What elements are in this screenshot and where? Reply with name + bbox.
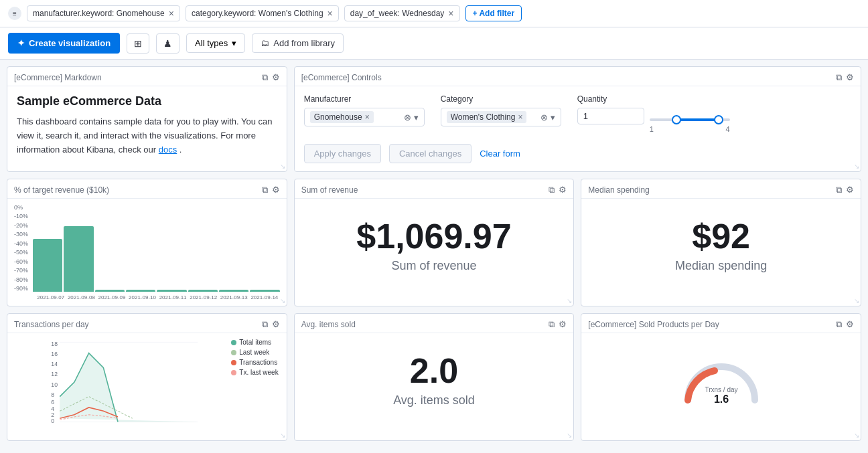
resize-handle[interactable]: ↘: [854, 297, 859, 304]
median-panel-icons: ⧉ ⚙: [836, 185, 854, 195]
create-viz-icon: ✦: [17, 38, 25, 48]
chevron-down-icon[interactable]: ▾: [414, 112, 419, 122]
gear-icon[interactable]: ⚙: [272, 72, 280, 83]
markdown-content: Sample eCommerce Data This dashboard con…: [7, 86, 287, 165]
bar: [157, 290, 186, 292]
gear-icon[interactable]: ⚙: [846, 319, 854, 330]
revenue-metric: $1,069.97 Sum of revenue: [295, 199, 574, 292]
clear-category-icon[interactable]: ⊗: [540, 112, 548, 122]
resize-handle[interactable]: ↘: [280, 297, 285, 304]
copy-icon[interactable]: ⧉: [262, 319, 268, 330]
all-types-label: All types: [195, 38, 228, 48]
filter-chip-close[interactable]: ×: [328, 9, 333, 18]
quantity-slider[interactable]: 1 4: [650, 108, 730, 133]
sold-panel: [eCommerce] Sold Products per Day ⧉ ⚙ Tr…: [581, 313, 861, 441]
gear-icon[interactable]: ⚙: [846, 72, 854, 83]
filter-chip-close[interactable]: ×: [448, 9, 453, 18]
gear-icon[interactable]: ⚙: [846, 185, 854, 195]
copy-icon[interactable]: ⧉: [836, 185, 842, 195]
resize-handle[interactable]: ↘: [280, 432, 285, 439]
resize-handle[interactable]: ↘: [854, 432, 859, 439]
library-icon: 🗂: [261, 38, 269, 48]
controls-panel-icons: ⧉ ⚙: [836, 72, 854, 83]
manufacturer-field[interactable]: Gnomehouse × ⊗ ▾: [304, 108, 425, 126]
resize-handle[interactable]: ↘: [854, 163, 859, 170]
slider-thumb-left[interactable]: [672, 115, 681, 124]
chart-legend: Total items Last week Transactions Tx. l…: [231, 339, 278, 376]
bar-group: [188, 204, 218, 292]
resize-handle[interactable]: ↘: [567, 432, 572, 439]
legend-label: Total items: [239, 339, 271, 346]
median-panel-header: Median spending ⧉ ⚙: [581, 179, 861, 199]
quantity-control: Quantity 1 1: [577, 94, 730, 133]
gear-icon[interactable]: ⚙: [272, 185, 280, 195]
copy-icon[interactable]: ⧉: [262, 185, 268, 195]
clear-manufacturer-icon[interactable]: ⊗: [404, 112, 411, 122]
bar: [64, 226, 93, 292]
chart-panel-icons: ⧉ ⚙: [262, 185, 280, 195]
markdown-heading: Sample eCommerce Data: [17, 94, 277, 108]
transactions-panel: Transactions per day ⧉ ⚙ Total items Las…: [7, 313, 287, 441]
clear-form-button[interactable]: Clear form: [480, 149, 520, 159]
nav-menu-icon[interactable]: ≡: [8, 7, 21, 20]
copy-icon[interactable]: ⧉: [549, 319, 555, 330]
person-icon-button[interactable]: ♟: [156, 33, 179, 54]
legend-dot: [231, 360, 236, 365]
filter-chip-label: day_of_week: Wednesday: [350, 9, 445, 18]
sold-panel-title: [eCommerce] Sold Products per Day: [588, 320, 719, 329]
manufacturer-tag-remove[interactable]: ×: [365, 112, 370, 122]
svg-text:10: 10: [51, 381, 58, 388]
filter-chip-close[interactable]: ×: [169, 9, 174, 18]
apply-changes-button[interactable]: Apply changes: [304, 144, 381, 163]
category-tag-remove[interactable]: ×: [518, 112, 522, 122]
resize-handle[interactable]: ↘: [567, 297, 572, 304]
revenue-panel: Sum of revenue ⧉ ⚙ $1,069.97 Sum of reve…: [294, 179, 575, 306]
quantity-min-field[interactable]: 1: [577, 108, 644, 124]
bar-group: [33, 204, 62, 292]
gear-icon[interactable]: ⚙: [559, 185, 567, 195]
median-panel: Median spending ⧉ ⚙ $92 Median spending …: [581, 179, 861, 306]
target-revenue-panel: % of target revenue ($10k) ⧉ ⚙ 0% -10% -…: [7, 179, 287, 306]
filter-chip-label: category.keyword: Women's Clothing: [192, 9, 323, 18]
markdown-panel: [eCommerce] Markdown ⧉ ⚙ Sample eCommerc…: [7, 66, 287, 172]
chart-panel-header: % of target revenue ($10k) ⧉ ⚙: [7, 179, 287, 199]
gear-icon[interactable]: ⚙: [272, 319, 280, 330]
controls-row: Manufacturer Gnomehouse × ⊗ ▾ Cat: [304, 94, 851, 133]
add-filter-button[interactable]: + Add filter: [465, 5, 522, 21]
revenue-panel-header: Sum of revenue ⧉ ⚙: [295, 179, 574, 199]
person-icon: ♟: [163, 38, 172, 49]
chart-panel-title: % of target revenue ($10k): [14, 185, 109, 195]
resize-handle[interactable]: ↘: [280, 163, 285, 170]
create-visualization-button[interactable]: ✦ Create visualization: [8, 33, 120, 54]
bar: [126, 290, 155, 292]
markdown-panel-header: [eCommerce] Markdown ⧉ ⚙: [7, 67, 287, 86]
copy-icon[interactable]: ⧉: [836, 319, 842, 330]
chevron-down-icon[interactable]: ▾: [551, 112, 555, 122]
svg-text:18: 18: [51, 341, 58, 347]
cancel-changes-button[interactable]: Cancel changes: [389, 144, 472, 163]
quantity-label: Quantity: [577, 94, 730, 104]
edit-icon-button[interactable]: ⊞: [127, 33, 149, 54]
add-from-library-button[interactable]: 🗂 Add from library: [252, 33, 344, 53]
category-tag: Women's Clothing ×: [447, 111, 527, 123]
all-types-button[interactable]: All types ▾: [186, 33, 245, 53]
line-chart-content: Total items Last week Transactions Tx. l…: [7, 333, 287, 440]
category-control: Category Women's Clothing × ⊗ ▾: [441, 94, 561, 126]
legend-label: Tx. last week: [239, 369, 278, 376]
copy-icon[interactable]: ⧉: [549, 185, 555, 195]
docs-link[interactable]: docs: [159, 145, 177, 155]
copy-icon[interactable]: ⧉: [836, 72, 842, 83]
svg-text:1.6: 1.6: [714, 393, 729, 405]
copy-icon[interactable]: ⧉: [262, 72, 268, 83]
avg-panel: Avg. items sold ⧉ ⚙ 2.0 Avg. items sold …: [294, 313, 575, 441]
controls-panel-title: [eCommerce] Controls: [301, 73, 382, 82]
slider-thumb-right[interactable]: [714, 115, 723, 124]
bars-container: [33, 204, 280, 292]
legend-label: Last week: [239, 349, 269, 356]
gear-icon[interactable]: ⚙: [559, 319, 567, 330]
revenue-label: Sum of revenue: [391, 259, 476, 273]
revenue-value: $1,069.97: [356, 219, 511, 254]
bar-group: [64, 204, 93, 292]
avg-panel-icons: ⧉ ⚙: [549, 319, 567, 330]
category-field[interactable]: Women's Clothing × ⊗ ▾: [441, 108, 561, 126]
